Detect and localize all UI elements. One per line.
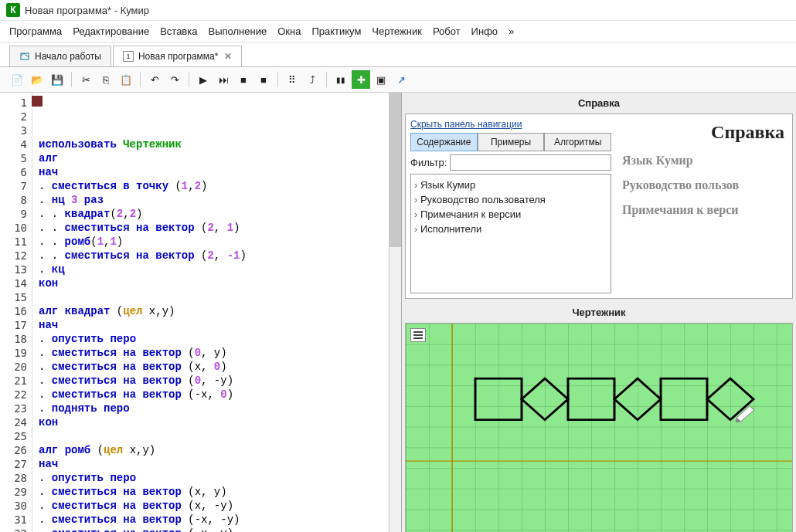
- help-panel: Скрыть панель навигации СодержаниеПример…: [405, 114, 793, 299]
- help-tab-Алгоритмы[interactable]: Алгоритмы: [544, 133, 611, 151]
- help-link[interactable]: Язык Кумир: [622, 154, 784, 168]
- editor-scrollbar[interactable]: [389, 93, 401, 532]
- tool-button-1[interactable]: ⠿: [283, 70, 301, 89]
- tiles-button[interactable]: ▣: [372, 70, 390, 89]
- redo-button[interactable]: ↷: [165, 70, 184, 89]
- tab-label: Новая программа*: [138, 51, 219, 62]
- menu-Робот[interactable]: Робот: [433, 25, 461, 37]
- tab-Начало работы[interactable]: Начало работы: [9, 46, 111, 66]
- open-file-button[interactable]: 📂: [28, 70, 46, 89]
- arrow-button[interactable]: ↗: [392, 70, 410, 89]
- menu-Окна[interactable]: Окна: [277, 25, 301, 37]
- menu-Инфо[interactable]: Инфо: [471, 25, 498, 37]
- nav-list: Язык КумирРуководство пользователяПримеч…: [410, 174, 611, 293]
- code-editor[interactable]: использовать Чертежникалгнач. сместиться…: [32, 93, 389, 532]
- menu-Практикум[interactable]: Практикум: [311, 25, 361, 37]
- green-grid-button[interactable]: ✚: [352, 70, 370, 89]
- tab-icon: [19, 51, 30, 62]
- menu-Программа[interactable]: Программа: [9, 25, 62, 37]
- undo-button[interactable]: ↶: [145, 70, 164, 89]
- drawer-canvas[interactable]: [405, 323, 793, 532]
- filter-label: Фильтр:: [410, 157, 447, 168]
- svg-rect-1: [406, 324, 792, 532]
- stop-button-2[interactable]: ■: [254, 70, 273, 89]
- help-heading: Справка: [622, 122, 784, 143]
- menu-Редактирование[interactable]: Редактирование: [73, 25, 149, 37]
- cut-button[interactable]: ✂: [77, 70, 95, 89]
- copy-button[interactable]: ⎘: [97, 70, 115, 89]
- filter-input[interactable]: [450, 154, 611, 171]
- paste-button[interactable]: 📋: [117, 70, 135, 89]
- step-button[interactable]: ⏭: [214, 70, 233, 89]
- help-tab-Примеры[interactable]: Примеры: [478, 133, 545, 151]
- titlebar: К Новая программа* - Кумир: [0, 0, 796, 21]
- nav-item[interactable]: Исполнители: [414, 222, 607, 236]
- scrollbar-thumb[interactable]: [389, 93, 401, 247]
- nav-item[interactable]: Примечания к версии: [414, 207, 607, 222]
- menu-Чертежник[interactable]: Чертежник: [372, 25, 422, 37]
- drawer-panel-title: Чертежник: [402, 302, 796, 323]
- tool-button-2[interactable]: ⤴: [303, 70, 321, 89]
- help-link[interactable]: Руководство пользов: [622, 178, 784, 192]
- menubar: ПрограммаРедактированиеВставкаВыполнение…: [0, 21, 796, 42]
- app-logo: К: [6, 3, 20, 17]
- tab-close-icon[interactable]: ✕: [224, 51, 232, 62]
- tab-Новая программа*[interactable]: 1Новая программа*✕: [113, 46, 243, 66]
- menu-Вставка[interactable]: Вставка: [160, 25, 197, 37]
- hide-nav-link[interactable]: Скрыть панель навигации: [410, 119, 611, 130]
- tab-label: Начало работы: [35, 51, 101, 62]
- stop-button-1[interactable]: ■: [234, 70, 253, 89]
- help-panel-title: Справка: [402, 93, 796, 114]
- tabbar: Начало работы1Новая программа*✕: [0, 42, 796, 67]
- layout-button[interactable]: ▮▮: [332, 70, 350, 89]
- new-file-button[interactable]: 📄: [8, 70, 26, 89]
- run-button[interactable]: ▶: [194, 70, 213, 89]
- help-tab-Содержание[interactable]: Содержание: [410, 133, 478, 151]
- tab-icon: 1: [123, 51, 134, 62]
- window-title: Новая программа* - Кумир: [25, 5, 149, 16]
- nav-item[interactable]: Язык Кумир: [414, 178, 607, 192]
- editor-pane: 1234567891011121314151617181920212223242…: [0, 93, 402, 532]
- help-link[interactable]: Примечания к верси: [622, 203, 784, 217]
- menu-»[interactable]: »: [509, 25, 514, 37]
- nav-item[interactable]: Руководство пользователя: [414, 192, 607, 207]
- save-file-button[interactable]: 💾: [48, 70, 66, 89]
- menu-Выполнение[interactable]: Выполнение: [208, 25, 267, 37]
- toolbar: 📄 📂 💾 ✂ ⎘ 📋 ↶ ↷ ▶ ⏭ ■ ■ ⠿ ⤴ ▮▮ ✚ ▣ ↗: [0, 67, 796, 93]
- help-content: Справка Язык КумирРуководство пользовПри…: [619, 119, 787, 293]
- breakpoint-marker[interactable]: [32, 96, 43, 107]
- line-gutter: 1234567891011121314151617181920212223242…: [0, 93, 32, 532]
